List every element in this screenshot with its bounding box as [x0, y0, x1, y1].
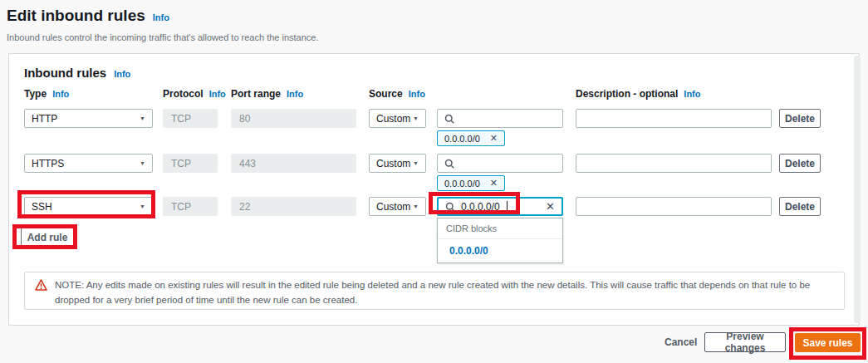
clear-search-icon[interactable]: ✕	[546, 201, 555, 212]
note-box: NOTE: Any edits made on existing rules w…	[24, 272, 845, 310]
suggestions-group-label: CIDR blocks	[438, 218, 562, 239]
source-search-input-row2[interactable]	[437, 154, 563, 173]
source-chip-row2: 0.0.0.0/0 ✕	[437, 175, 505, 191]
source-mode-select-row1[interactable]: Custom ▼	[369, 109, 426, 128]
chevron-down-icon: ▼	[140, 204, 145, 209]
source-search-input-row1[interactable]	[437, 109, 563, 128]
delete-button-row3[interactable]: Delete	[779, 197, 821, 216]
add-rule-button[interactable]: Add rule	[21, 228, 74, 247]
description-cell-row3	[576, 197, 772, 216]
type-info-link[interactable]: Info	[52, 89, 69, 99]
column-header-description: Description - optionalInfo	[576, 88, 772, 100]
type-select-row1-value: HTTP	[32, 113, 57, 125]
description-input-row3[interactable]	[576, 197, 772, 216]
source-chip-row1-value: 0.0.0.0/0	[444, 134, 480, 144]
protocol-field-row2: TCP	[163, 154, 218, 173]
panel-scrollbar[interactable]	[854, 56, 861, 323]
description-input-row1[interactable]	[576, 109, 772, 128]
delete-button-row1[interactable]: Delete	[779, 109, 821, 128]
panel-title-info-link[interactable]: Info	[114, 69, 130, 79]
column-header-protocol: ProtocolInfo	[163, 88, 218, 100]
source-chip-row1: 0.0.0.0/0 ✕	[437, 130, 505, 146]
source-mode-select-row2[interactable]: Custom ▼	[369, 154, 426, 173]
delete-button-row2[interactable]: Delete	[779, 154, 821, 173]
protocol-field-row1: TCP	[163, 109, 218, 128]
port-range-field-row2: 443	[231, 154, 356, 173]
text-cursor	[507, 201, 508, 212]
type-select-row2-value: HTTPS	[32, 158, 64, 169]
search-icon	[444, 159, 454, 169]
search-icon	[444, 114, 454, 124]
edit-inbound-rules-page: Edit inbound rulesInfo Inbound rules con…	[0, 0, 868, 363]
source-search-row3-value: 0.0.0.0/0	[461, 201, 500, 213]
suggestion-option-cidr[interactable]: 0.0.0.0/0	[438, 239, 562, 262]
page-header: Edit inbound rulesInfo Inbound rules con…	[7, 7, 319, 42]
column-header-type: TypeInfo	[24, 88, 153, 100]
description-info-link[interactable]: Info	[684, 89, 700, 99]
protocol-info-link[interactable]: Info	[209, 89, 226, 99]
column-header-port-range: Port rangeInfo	[231, 88, 356, 100]
chevron-down-icon: ▼	[140, 160, 145, 166]
page-title-info-link[interactable]: Info	[153, 12, 169, 22]
description-cell-row1	[576, 109, 772, 128]
panel-title-text: Inbound rules	[24, 66, 106, 80]
type-select-row3[interactable]: SSH ▼	[24, 197, 153, 216]
column-header-source: SourceInfo	[369, 88, 426, 100]
source-mode-row1-value: Custom	[376, 113, 410, 125]
panel-title: Inbound rulesInfo	[24, 66, 130, 80]
source-mode-select-row3[interactable]: Custom ▼	[369, 197, 426, 216]
description-cell-row2	[576, 154, 772, 173]
chevron-down-icon: ▼	[140, 115, 145, 121]
inbound-rules-panel: Inbound rulesInfo TypeInfo ProtocolInfo …	[8, 53, 860, 326]
description-input-row2[interactable]	[576, 154, 772, 173]
close-icon[interactable]: ✕	[490, 134, 498, 143]
cancel-button[interactable]: Cancel	[664, 336, 697, 348]
source-info-link[interactable]: Info	[409, 89, 425, 99]
source-mode-row3-value: Custom	[376, 201, 410, 213]
warning-icon	[35, 279, 47, 291]
port-range-info-link[interactable]: Info	[287, 89, 303, 99]
port-range-field-row3: 22	[231, 197, 356, 216]
chevron-down-icon: ▼	[413, 160, 419, 166]
source-suggestions-dropdown: CIDR blocks 0.0.0.0/0	[437, 218, 563, 263]
protocol-field-row3: TCP	[163, 197, 218, 216]
source-chip-row2-value: 0.0.0.0/0	[444, 179, 480, 189]
source-mode-row2-value: Custom	[376, 158, 410, 169]
search-icon	[445, 202, 455, 212]
note-text: NOTE: Any edits made on existing rules w…	[55, 278, 834, 303]
type-select-row1[interactable]: HTTP ▼	[24, 109, 153, 128]
port-range-field-row1: 80	[231, 109, 356, 128]
page-title: Edit inbound rules	[7, 7, 145, 24]
preview-changes-button[interactable]: Preview changes	[704, 332, 786, 352]
source-search-input-row3[interactable]: 0.0.0.0/0 ✕	[437, 197, 563, 216]
chevron-down-icon: ▼	[413, 204, 419, 209]
save-rules-button[interactable]: Save rules	[795, 333, 861, 352]
type-select-row3-value: SSH	[32, 201, 52, 213]
chevron-down-icon: ▼	[413, 115, 419, 121]
page-subtitle: Inbound rules control the incoming traff…	[7, 32, 319, 42]
close-icon[interactable]: ✕	[490, 179, 498, 188]
type-select-row2[interactable]: HTTPS ▼	[24, 154, 153, 173]
